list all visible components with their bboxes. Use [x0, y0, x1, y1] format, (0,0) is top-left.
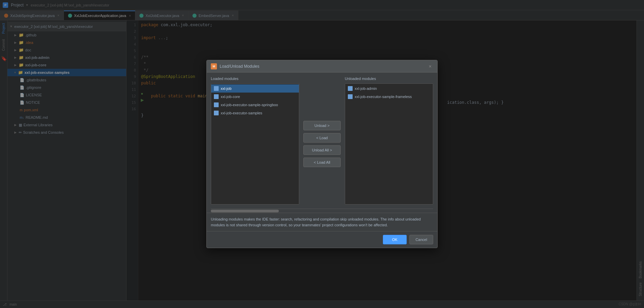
load-all-button[interactable]: < Load All — [303, 158, 341, 167]
unloaded-modules-label: Unloaded modules — [345, 77, 433, 81]
ok-button[interactable]: OK — [383, 235, 407, 244]
scrollbar-thumb[interactable] — [211, 210, 279, 212]
unloaded-modules-list[interactable]: xxl-job-admin xxl-job-executor-sample-fr… — [345, 83, 433, 205]
action-buttons-panel: Unload > < Load Unload All > < Load All — [303, 77, 341, 205]
modal-body: Loaded modules xxl-job xxl-job-core xxl-… — [207, 72, 437, 209]
module-label: xxl-job-admin — [355, 86, 377, 91]
module-label: xxl-job-executor-sample-frameless — [355, 95, 412, 99]
module-item-frameless[interactable]: xxl-job-executor-sample-frameless — [345, 93, 433, 101]
module-folder-icon — [214, 86, 219, 91]
module-folder-icon — [214, 102, 219, 107]
modal-close-button[interactable]: × — [427, 63, 433, 69]
modal-info-text: Unloading modules makes the IDE faster: … — [207, 213, 437, 231]
modal-footer: OK Cancel — [207, 231, 437, 248]
module-label: xxl-job-core — [221, 95, 240, 99]
cancel-button[interactable]: Cancel — [409, 235, 433, 244]
loaded-modules-panel: Loaded modules xxl-job xxl-job-core xxl-… — [211, 77, 299, 205]
module-label: xxl-job — [221, 86, 232, 91]
module-folder-icon — [214, 111, 219, 115]
load-unload-modal: M Load/Unload Modules × Loaded modules x… — [206, 60, 438, 248]
scrollbar-area — [211, 209, 433, 213]
modal-title: Load/Unload Modules — [220, 64, 424, 69]
load-button[interactable]: < Load — [303, 133, 341, 143]
modal-header: M Load/Unload Modules × — [207, 60, 437, 72]
module-folder-icon — [348, 94, 353, 99]
module-label: xxl-job-executor-samples — [221, 111, 262, 115]
module-item-xxljobcore[interactable]: xxl-job-core — [211, 93, 299, 101]
module-item-executor-springboot[interactable]: xxl-job-executor-sample-springboo — [211, 101, 299, 109]
module-item-admin[interactable]: xxl-job-admin — [345, 84, 433, 93]
unload-all-button[interactable]: Unload All > — [303, 145, 341, 155]
module-item-xxljob[interactable]: xxl-job — [211, 84, 299, 93]
module-folder-icon — [348, 86, 353, 91]
modal-title-icon: M — [211, 63, 217, 69]
module-folder-icon — [214, 94, 219, 99]
module-item-executor-samples[interactable]: xxl-job-executor-samples — [211, 109, 299, 117]
module-label: xxl-job-executor-sample-springboo — [221, 103, 278, 107]
modal-overlay: M Load/Unload Modules × Loaded modules x… — [0, 0, 644, 308]
unloaded-modules-panel: Unloaded modules xxl-job-admin xxl-job-e… — [345, 77, 433, 205]
loaded-modules-list[interactable]: xxl-job xxl-job-core xxl-job-executor-sa… — [211, 83, 299, 205]
unload-button[interactable]: Unload > — [303, 121, 341, 130]
loaded-modules-label: Loaded modules — [211, 77, 299, 81]
